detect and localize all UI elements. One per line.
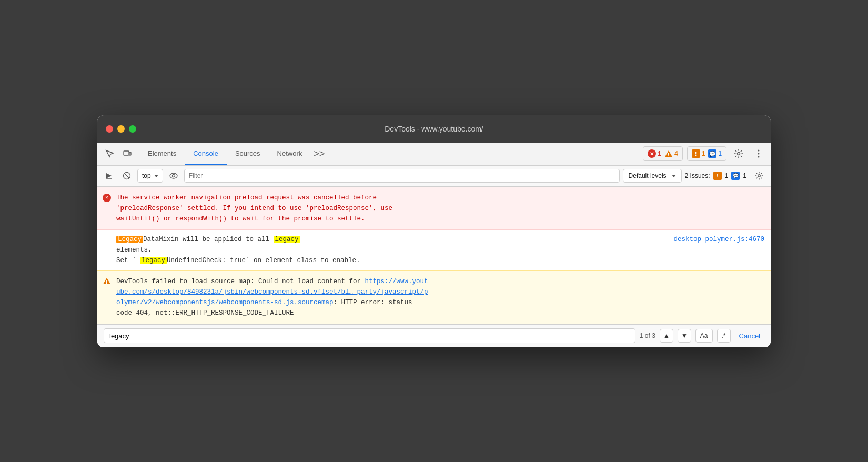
svg-point-14 [758,175,760,177]
svg-rect-0 [124,151,129,155]
search-bar: 1 of 3 ▲ ▼ Aa .* Cancel [97,324,771,347]
issues-badge-group[interactable]: ! 1 💬 1 [687,146,726,161]
more-options-icon[interactable] [751,146,766,162]
search-next-button[interactable]: ▼ [678,329,691,343]
legacy-highlight-orange: Legacy [116,236,143,243]
svg-point-13 [172,175,175,177]
close-button[interactable] [106,125,113,133]
tab-bar: Elements Console Sources Network >> [97,143,771,166]
source-map-url[interactable]: https://www.yout ube.com/s/desktop/84982… [116,278,428,306]
info-message-text: LegacyDataMixin will be applied to all l… [116,234,360,266]
live-expression-icon[interactable] [166,168,181,183]
info-message-row: LegacyDataMixin will be applied to all l… [97,230,771,270]
tab-elements[interactable]: Elements [139,142,185,165]
issues-warning-badge: ! 1 [692,149,705,158]
legacy-highlight-yellow: legacy [274,236,300,243]
issues-info-icon-small: 💬 [731,172,740,180]
svg-text:!: ! [668,152,669,157]
default-levels-dropdown[interactable]: Default levels [623,169,682,183]
context-selector[interactable]: top [137,169,163,183]
svg-point-5 [758,150,760,152]
clear-console-icon[interactable] [119,168,134,183]
window-controls [106,125,136,133]
error-message-row: ✕ The service worker navigation preload … [97,187,771,230]
svg-marker-8 [106,173,112,178]
tab-network[interactable]: Network [269,142,311,165]
device-toolbar-icon[interactable] [119,146,135,162]
console-content: ✕ The service worker navigation preload … [97,187,771,324]
warning-message-text: DevTools failed to load source map: Coul… [116,278,428,317]
regex-button[interactable]: .* [717,329,731,343]
error-badge: ✕ 1 [648,149,661,158]
svg-point-6 [758,153,760,155]
error-message-text: The service worker navigation preload re… [116,194,392,223]
issues-count-display: 2 Issues: ! 1 💬 1 [685,172,746,180]
settings-gear-icon[interactable] [731,146,746,162]
search-input[interactable] [104,328,635,343]
warning-message-icon: ! [103,277,111,288]
issues-warn-icon: ! [692,149,700,158]
filter-input[interactable] [184,169,620,183]
console-toolbar: top Default levels 2 Issues: ! 1 [97,166,771,187]
devtools-panel: Elements Console Sources Network >> [97,143,771,347]
svg-text:!: ! [105,280,108,285]
inspect-icon[interactable] [102,146,117,162]
search-prev-button[interactable]: ▲ [660,329,673,343]
issues-warn-icon-small: ! [713,172,722,180]
issues-info-icon: 💬 [708,149,716,158]
chevron-down-icon [154,175,158,177]
tab-console[interactable]: Console [185,142,227,165]
tab-list: Elements Console Sources Network >> [139,142,643,165]
titlebar: DevTools - www.youtube.com/ [97,115,771,143]
titlebar-title: DevTools - www.youtube.com/ [385,125,483,133]
warning-triangle-icon: ! [103,277,111,285]
svg-rect-1 [129,152,131,155]
more-tabs-button[interactable]: >> [310,148,328,159]
svg-line-11 [125,174,129,178]
issues-info-badge: 💬 1 [708,149,722,158]
run-prompt-icon[interactable] [102,168,116,183]
error-warning-badge-group[interactable]: ✕ 1 ! 4 [643,146,682,161]
info-message-content: LegacyDataMixin will be applied to all l… [116,234,764,266]
error-message-icon: ✕ [103,194,111,202]
error-icon: ✕ [648,149,656,158]
search-cancel-button[interactable]: Cancel [735,329,764,343]
search-count: 1 of 3 [640,332,655,339]
devtools-window: DevTools - www.youtube.com/ [97,115,771,347]
case-sensitive-button[interactable]: Aa [695,329,713,343]
svg-point-4 [738,153,740,155]
console-settings-icon[interactable] [752,168,766,183]
warning-badge: ! 4 [664,149,678,158]
minimize-button[interactable] [117,125,125,133]
file-link[interactable]: desktop_polymer.js:4670 [673,234,764,266]
maximize-button[interactable] [129,125,136,133]
tab-sources[interactable]: Sources [227,142,269,165]
warning-message-row: ! DevTools failed to load source map: Co… [97,270,771,324]
svg-point-7 [758,156,760,158]
toolbar-left-icons [102,146,135,162]
tab-bar-right: ✕ 1 ! 4 ! 1 💬 [643,146,766,162]
chevron-down-icon [672,175,676,177]
legacy-underscore-highlight: legacy [140,257,167,264]
warning-triangle-icon: ! [664,149,673,158]
error-circle-icon: ✕ [103,194,111,202]
svg-point-12 [170,173,177,178]
